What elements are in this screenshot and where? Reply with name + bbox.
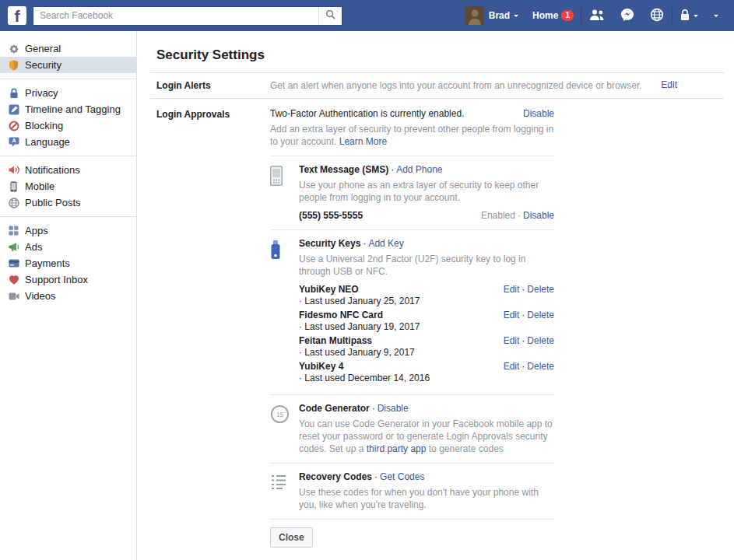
video-camera-icon — [8, 290, 19, 302]
divider — [270, 229, 554, 230]
shield-icon — [8, 59, 19, 71]
notifications-button[interactable] — [642, 0, 672, 31]
phone-icon — [270, 164, 299, 222]
credit-card-icon — [8, 257, 19, 269]
add-phone-link[interactable]: Add Phone — [396, 164, 442, 175]
privacy-shortcuts-button[interactable] — [673, 0, 706, 31]
learn-more-link[interactable]: Learn More — [339, 136, 387, 147]
messages-button[interactable] — [613, 0, 642, 31]
sidebar-item-blocking[interactable]: Blocking — [0, 117, 136, 134]
login-alerts-row: Login Alerts Get an alert when anyone lo… — [150, 72, 724, 98]
security-key-actions: Edit·Delete — [504, 310, 554, 333]
divider — [270, 463, 554, 464]
get-codes-link[interactable]: Get Codes — [380, 471, 424, 482]
friend-requests-button[interactable] — [581, 0, 613, 31]
sidebar-divider — [0, 216, 136, 217]
security-keys-block: Security Keys·Add Key Use a Universal 2n… — [270, 238, 554, 387]
add-key-link[interactable]: Add Key — [368, 238, 403, 249]
profile-link[interactable]: Brad — [458, 0, 525, 31]
sms-disable-link[interactable]: Disable — [523, 210, 554, 221]
security-key-actions: Edit·Delete — [504, 284, 554, 307]
security-key-actions: Edit·Delete — [504, 361, 554, 384]
sidebar-item-support-inbox[interactable]: Support Inbox — [0, 271, 136, 288]
sidebar-item-timeline-tagging[interactable]: Timeline and Tagging — [0, 101, 136, 117]
sidebar-item-mobile[interactable]: Mobile — [0, 178, 136, 194]
language-icon: A — [8, 136, 19, 148]
chevron-down-icon — [514, 15, 518, 19]
security-key-last-used: · Last used January 19, 2017 — [299, 321, 420, 333]
login-approvals-label: Login Approvals — [156, 108, 270, 558]
sidebar-divider — [0, 156, 136, 156]
chevron-down-icon — [714, 15, 718, 19]
public-globe-icon — [8, 197, 19, 208]
mobile-phone-icon — [8, 180, 19, 192]
security-key-info: Fidesmo NFC Card · Last used January 19,… — [299, 310, 420, 333]
security-keys-title: Security Keys — [299, 238, 360, 249]
key-delete-link[interactable]: Delete — [527, 284, 554, 295]
search-button[interactable] — [318, 7, 342, 25]
security-key-actions: Edit·Delete — [504, 335, 554, 359]
security-key-name: YubiKey 4 — [299, 361, 430, 373]
account-menu-button[interactable] — [706, 0, 726, 31]
sidebar-item-videos[interactable]: Videos — [0, 288, 136, 304]
svg-text:A: A — [12, 138, 16, 143]
sidebar-item-label: Ads — [25, 241, 42, 254]
blocking-icon — [8, 120, 19, 131]
divider — [270, 156, 554, 156]
sidebar-item-privacy[interactable]: Privacy — [0, 85, 136, 101]
key-edit-link[interactable]: Edit — [504, 284, 520, 295]
code-generator-description: You can use Code Generator in your Faceb… — [299, 418, 554, 455]
key-delete-link[interactable]: Delete — [527, 335, 554, 346]
recovery-codes-title: Recovery Codes — [299, 471, 372, 482]
key-edit-link[interactable]: Edit — [504, 310, 520, 320]
lock-icon — [680, 9, 690, 23]
recovery-codes-description: Use these codes for when you don't have … — [299, 486, 554, 511]
search-input[interactable] — [33, 7, 318, 25]
support-heart-icon — [8, 274, 19, 285]
code-generator-icon: 15 — [270, 403, 299, 455]
key-delete-link[interactable]: Delete — [527, 310, 554, 320]
sidebar-item-public-posts[interactable]: Public Posts — [0, 194, 136, 211]
apps-grid-icon — [8, 225, 19, 236]
security-key-name: YubiKey NEO — [299, 284, 420, 296]
third-party-app-link[interactable]: third party app — [367, 443, 427, 454]
divider — [270, 394, 554, 395]
login-approvals-section: Login Approvals Two-Factor Authenticatio… — [150, 98, 724, 558]
security-key-row: Feitan Multipass · Last used January 9, … — [299, 335, 554, 359]
settings-main: Security Settings Login Alerts Get an al… — [137, 31, 734, 560]
two-factor-status-text: Two-Factor Authentication is currently e… — [270, 108, 464, 120]
sidebar-item-security[interactable]: Security — [0, 57, 136, 73]
avatar — [465, 6, 484, 25]
facebook-logo[interactable]: f — [8, 6, 26, 25]
code-generator-disable-link[interactable]: Disable — [378, 403, 409, 414]
two-factor-disable-link[interactable]: Disable — [523, 108, 554, 120]
friends-icon — [589, 9, 605, 23]
sidebar-item-apps[interactable]: Apps — [0, 222, 136, 239]
sidebar-item-notifications[interactable]: Notifications — [0, 162, 136, 178]
close-button[interactable]: Close — [270, 527, 313, 548]
key-edit-link[interactable]: Edit — [504, 335, 520, 346]
sidebar-item-label: Privacy — [25, 87, 58, 100]
home-link[interactable]: Home 1 — [525, 0, 581, 31]
recovery-codes-title-row: Recovery Codes·Get Codes — [299, 471, 554, 483]
login-approvals-content: Two-Factor Authentication is currently e… — [270, 108, 554, 558]
sidebar-item-language[interactable]: A Language — [0, 134, 136, 150]
login-alerts-edit-link[interactable]: Edit — [661, 79, 677, 90]
security-key-name: Feitan Multipass — [299, 335, 415, 347]
key-edit-link[interactable]: Edit — [504, 361, 520, 372]
sidebar-item-general[interactable]: General — [0, 40, 136, 57]
top-nav-bar: f Brad Home 1 — [0, 0, 734, 31]
speaker-icon — [8, 164, 19, 176]
security-key-name: Fidesmo NFC Card — [299, 310, 420, 321]
security-key-row: YubiKey NEO · Last used January 25, 2017… — [299, 284, 554, 307]
sidebar-item-ads[interactable]: Ads — [0, 239, 136, 255]
sidebar-item-label: Apps — [25, 225, 48, 237]
usb-key-icon — [270, 238, 299, 387]
sms-block: Text Message (SMS)·Add Phone Use your ph… — [270, 164, 554, 222]
sidebar-item-payments[interactable]: Payments — [0, 255, 136, 271]
security-key-last-used: · Last used December 14, 2016 — [299, 373, 430, 384]
sidebar-item-label: Payments — [25, 257, 70, 270]
key-delete-link[interactable]: Delete — [527, 361, 554, 372]
security-key-info: Feitan Multipass · Last used January 9, … — [299, 335, 415, 359]
sms-phone-row: (555) 555-5555 Enabled·Disable — [299, 210, 554, 222]
